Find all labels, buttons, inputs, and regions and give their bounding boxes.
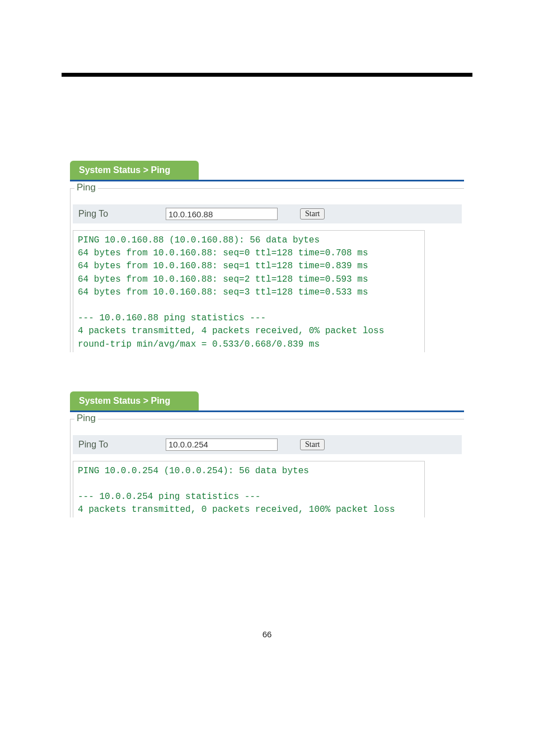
- panel-divider: [70, 180, 464, 181]
- ping-fieldset: Ping Ping To Start PING 10.0.160.88 (10.…: [70, 188, 464, 352]
- start-button[interactable]: Start: [300, 439, 325, 450]
- ping-to-row: Ping To Start: [73, 204, 462, 223]
- breadcrumb: System Status > Ping: [70, 391, 199, 410]
- ping-fieldset: Ping Ping To Start PING 10.0.0.254 (10.0…: [70, 419, 464, 518]
- ping-to-input[interactable]: [166, 438, 278, 451]
- ping-panel-1: System Status > Ping Ping Ping To Start …: [70, 161, 464, 352]
- ping-to-input[interactable]: [166, 208, 278, 220]
- ping-output: PING 10.0.160.88 (10.0.160.88): 56 data …: [73, 230, 425, 352]
- start-button[interactable]: Start: [300, 208, 325, 220]
- ping-to-label: Ping To: [76, 209, 166, 219]
- fieldset-legend: Ping: [74, 182, 98, 193]
- breadcrumb: System Status > Ping: [70, 161, 199, 180]
- ping-panel-2: System Status > Ping Ping Ping To Start …: [70, 391, 464, 518]
- panel-divider: [70, 410, 464, 412]
- page-number: 66: [0, 629, 534, 639]
- ping-to-row: Ping To Start: [73, 435, 462, 454]
- ping-output: PING 10.0.0.254 (10.0.0.254): 56 data by…: [73, 461, 425, 518]
- ping-to-label: Ping To: [76, 440, 166, 450]
- top-divider: [62, 73, 472, 77]
- fieldset-legend: Ping: [74, 413, 98, 424]
